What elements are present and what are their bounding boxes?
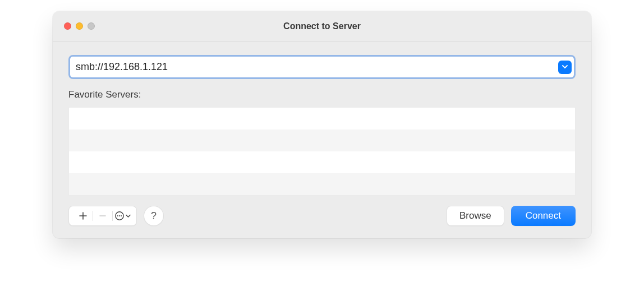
list-item bbox=[69, 108, 575, 130]
content-area: Favorite Servers: bbox=[53, 41, 591, 238]
chevron-down-icon bbox=[126, 214, 131, 218]
help-button[interactable]: ? bbox=[144, 206, 164, 226]
connect-button-label: Connect bbox=[526, 210, 561, 221]
list-item bbox=[69, 151, 575, 173]
plus-icon bbox=[79, 212, 87, 220]
ellipsis-circle-icon bbox=[114, 211, 125, 221]
server-address-combo bbox=[68, 55, 576, 79]
minus-icon bbox=[99, 212, 107, 220]
server-address-input[interactable] bbox=[71, 58, 558, 76]
help-icon: ? bbox=[151, 210, 157, 222]
add-favorite-button[interactable] bbox=[75, 206, 91, 225]
titlebar: Connect to Server bbox=[53, 11, 591, 41]
browse-button-label: Browse bbox=[459, 210, 491, 221]
divider bbox=[112, 211, 113, 221]
browse-button[interactable]: Browse bbox=[447, 206, 504, 226]
connect-to-server-window: Connect to Server Favorite Servers: bbox=[53, 11, 591, 238]
favorites-label: Favorite Servers: bbox=[68, 89, 576, 100]
svg-point-2 bbox=[118, 215, 119, 216]
favorites-toolbar bbox=[68, 206, 137, 226]
connect-button[interactable]: Connect bbox=[511, 206, 576, 226]
svg-point-3 bbox=[121, 215, 122, 216]
svg-point-1 bbox=[117, 215, 118, 216]
favorites-action-menu-button[interactable] bbox=[114, 206, 131, 225]
close-window-button[interactable] bbox=[64, 22, 71, 30]
traffic-lights bbox=[64, 22, 95, 30]
minimize-window-button[interactable] bbox=[76, 22, 83, 30]
server-address-dropdown-button[interactable] bbox=[558, 61, 572, 74]
chevron-down-icon bbox=[562, 65, 568, 69]
remove-favorite-button bbox=[94, 206, 111, 225]
divider bbox=[93, 211, 93, 221]
maximize-window-button bbox=[88, 22, 95, 30]
list-item bbox=[69, 173, 575, 195]
list-item bbox=[69, 130, 575, 151]
window-title: Connect to Server bbox=[64, 21, 580, 31]
favorites-list[interactable] bbox=[68, 107, 576, 196]
bottom-toolbar: ? Browse Connect bbox=[68, 206, 576, 226]
